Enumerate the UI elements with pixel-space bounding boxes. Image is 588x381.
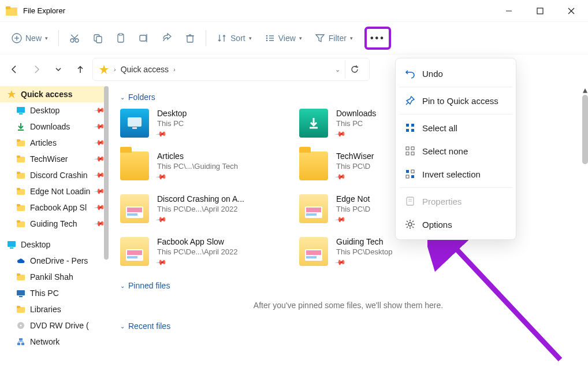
folder-tile[interactable]: DesktopThis PC📌 [120,109,270,139]
sidebar-item[interactable]: Downloads📌 [0,119,109,135]
folder-icon [16,171,25,180]
svg-rect-50 [19,296,23,297]
folder-icon [16,203,25,212]
sidebar-item[interactable]: Edge Not Loadin📌 [0,183,109,199]
chevron-down-icon[interactable]: ⌄ [335,66,340,73]
section-label: Recent files [128,321,170,331]
section-recent[interactable]: ⌄ Recent files [120,321,576,331]
menu-pin[interactable]: Pin to Quick access [396,89,516,112]
view-button[interactable]: View ▾ [260,29,307,47]
sort-button[interactable]: Sort ▾ [212,29,256,47]
cut-button[interactable] [65,29,84,47]
minimize-button[interactable] [493,0,524,22]
sidebar-item-label: Pankil Shah [30,272,73,282]
menu-undo[interactable]: Undo [396,62,516,85]
menu-options[interactable]: Options [396,213,516,236]
tile-name: TechWiser [336,151,374,161]
up-button[interactable] [70,60,90,79]
sidebar-item-label: Libraries [30,305,61,314]
menu-label: Select all [422,123,457,133]
folder-tile[interactable]: Discord Crashing on A...This PC\De...\Ap… [120,194,270,224]
sidebar-item[interactable]: TechWiser📌 [0,151,109,167]
monitor-icon [16,106,25,115]
copy-button[interactable] [88,29,107,47]
sidebar-item[interactable]: Libraries [0,301,109,317]
section-pinned[interactable]: ⌄ Pinned files [120,281,576,290]
folder-icon [16,305,25,314]
sidebar-item[interactable]: OneDrive - Pers [0,253,109,269]
refresh-button[interactable] [345,60,363,79]
menu-invert-selection[interactable]: Invert selection [396,162,516,186]
share-button[interactable] [157,29,177,47]
share-icon [162,33,172,43]
filter-icon [315,33,325,43]
separator [399,187,512,188]
rename-button[interactable] [134,29,154,47]
maximize-button[interactable] [524,0,556,22]
chevron-down-icon: ⌄ [120,283,125,289]
delete-button[interactable] [180,29,200,47]
sidebar-item[interactable]: Desktop📌 [0,102,109,119]
svg-marker-28 [99,65,109,74]
svg-point-22 [266,35,267,36]
sidebar-item-label: Desktop [30,106,59,115]
sidebar-item-label: Quick access [21,90,73,99]
content-scrollbar[interactable]: ▴ [582,84,588,381]
folder-tile[interactable]: ArticlesThis PC\...\Guiding Tech📌 [120,151,270,182]
folder-icon [16,219,25,228]
sidebar-item-quick-access[interactable]: Quick access [0,86,109,102]
tile-path: This PC\De...\April 2022 [157,205,244,213]
paste-button[interactable] [111,29,131,47]
folder-tile[interactable]: Guiding TechThis PC\Desktop📌 [299,237,449,267]
separator [58,30,59,46]
recent-locations-button[interactable] [49,60,68,79]
folder-tile[interactable]: Facbook App SlowThis PC\De...\April 2022… [120,237,270,267]
sidebar-item[interactable]: Articles📌 [0,135,109,151]
back-button[interactable] [5,60,24,79]
svg-rect-74 [411,124,414,127]
svg-rect-56 [21,343,24,345]
sidebar-item[interactable]: Discord Crashin📌 [0,167,109,183]
svg-rect-63 [127,213,137,216]
filter-button[interactable]: Filter ▾ [310,29,358,47]
sidebar-item-label: TechWiser [30,154,68,164]
rename-icon [139,33,149,43]
sidebar-item-label: Network [30,337,59,346]
close-button[interactable] [556,0,587,22]
tile-name: Discord Crashing on A... [157,194,244,204]
sidebar-item-label: Edge Not Loadin [30,187,90,196]
tile-name: Edge Not [336,194,370,204]
sidebar-item-label: OneDrive - Pers [30,256,88,265]
command-toolbar: New ▾ Sort ▾ View ▾ Filter ▾ ••• [0,22,588,54]
scrollbar-thumb[interactable] [104,86,109,260]
menu-select-none[interactable]: Select none [396,139,516,162]
sidebar-item[interactable]: This PC [0,285,109,301]
breadcrumb[interactable]: Quick access [121,65,169,74]
gear-icon [405,219,415,230]
sidebar-item-desktop-root[interactable]: Desktop [0,236,109,253]
svg-rect-62 [127,208,142,212]
address-bar[interactable]: › Quick access › ⌄ [92,58,370,81]
tile-name: Desktop [157,109,187,118]
more-icon: ••• [370,33,385,43]
svg-rect-31 [19,113,23,114]
sidebar-item[interactable]: Guiding Tech📌 [0,216,109,232]
new-button[interactable]: New ▾ [7,29,53,47]
sidebar-item[interactable]: DVD RW Drive ( [0,317,109,334]
svg-rect-30 [17,107,25,113]
pin-icon: 📌 [155,128,167,140]
tile-path: This PC\...\Guiding Tech [157,162,238,171]
scroll-up-icon[interactable]: ▴ [582,84,588,95]
scrollbar-thumb[interactable] [582,95,588,164]
sidebar-item[interactable]: Pankil Shah [0,269,109,285]
more-button[interactable]: ••• [364,27,391,50]
undo-icon [405,68,415,79]
svg-rect-40 [17,188,20,190]
menu-select-all[interactable]: Select all [396,116,516,139]
svg-rect-14 [96,36,102,43]
sidebar-item[interactable]: Facbook App Sl📌 [0,199,109,216]
svg-point-23 [266,37,267,39]
svg-rect-19 [187,36,193,42]
forward-button[interactable] [27,60,46,79]
sidebar-item[interactable]: Network [0,334,109,350]
